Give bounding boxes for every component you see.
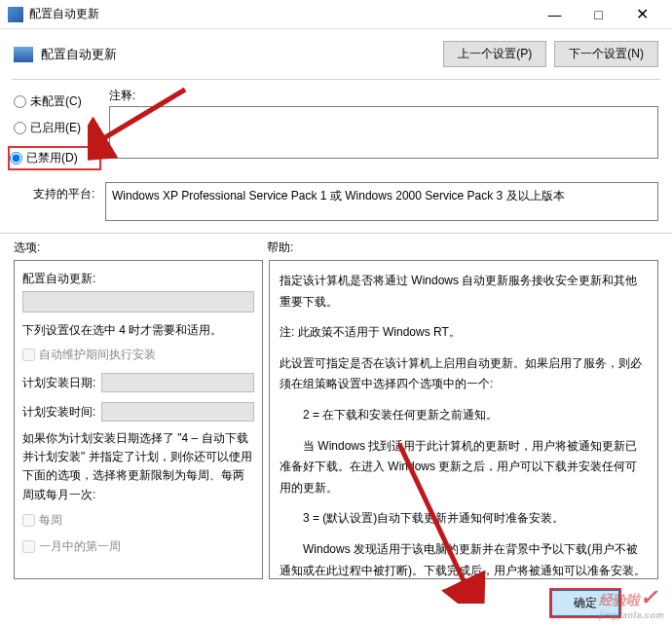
plan-date-label: 计划安装日期: bbox=[22, 375, 95, 391]
radio-group: 未配置(C) 已启用(E) 已禁用(D) bbox=[14, 88, 101, 176]
minimize-button[interactable]: — bbox=[533, 1, 577, 28]
help-text: 此设置可指定是否在该计算机上启用自动更新。如果启用了服务，则必须在组策略设置中选… bbox=[280, 353, 648, 395]
radio-label: 已启用(E) bbox=[30, 120, 81, 136]
chk-label: 每周 bbox=[39, 512, 62, 529]
radio-label: 未配置(C) bbox=[30, 93, 82, 110]
help-panel[interactable]: 指定该计算机是否将通过 Windows 自动更新服务接收安全更新和其他重要下载。… bbox=[269, 260, 658, 579]
help-text: 2 = 在下载和安装任何更新之前通知。 bbox=[280, 405, 648, 426]
plan-time-row: 计划安装时间: bbox=[22, 402, 254, 422]
radio-not-configured[interactable]: 未配置(C) bbox=[14, 93, 101, 110]
policy-icon bbox=[14, 47, 33, 62]
radio-enabled[interactable]: 已启用(E) bbox=[14, 120, 101, 136]
options-panel[interactable]: 配置自动更新: 下列设置仅在选中 4 时才需要和适用。 自动维护期间执行安装 计… bbox=[14, 260, 263, 579]
help-label: 帮助: bbox=[267, 239, 293, 256]
chk-weekly-input[interactable] bbox=[22, 514, 35, 527]
chk-weekly[interactable]: 每周 bbox=[22, 512, 254, 529]
plan-date-row: 计划安装日期: bbox=[22, 373, 254, 392]
help-text: 当 Windows 找到适用于此计算机的更新时，用户将被通知更新已准备好下载。在… bbox=[280, 436, 648, 499]
config-update-label: 配置自动更新: bbox=[22, 271, 254, 287]
comment-label: 注释: bbox=[109, 88, 658, 104]
radio-enabled-input[interactable] bbox=[14, 122, 26, 134]
titlebar: 配置自动更新 — □ ✕ bbox=[0, 0, 672, 29]
platform-text: Windows XP Professional Service Pack 1 或… bbox=[105, 182, 658, 221]
help-text: 注: 此政策不适用于 Windows RT。 bbox=[280, 322, 648, 344]
help-text: 指定该计算机是否将通过 Windows 自动更新服务接收安全更新和其他重要下载。 bbox=[280, 271, 648, 313]
chk-label: 一月中的第一周 bbox=[39, 538, 121, 555]
options-para: 如果你为计划安装日期选择了 "4 – 自动下载并计划安装" 并指定了计划，则你还… bbox=[22, 429, 254, 504]
plan-time-label: 计划安装时间: bbox=[22, 404, 95, 421]
window-title: 配置自动更新 bbox=[29, 6, 533, 22]
radio-disabled[interactable]: 已禁用(D) bbox=[8, 146, 101, 170]
app-icon bbox=[8, 7, 23, 22]
chk-first-week-input[interactable] bbox=[22, 540, 35, 553]
header-title: 配置自动更新 bbox=[41, 46, 435, 63]
chk-maintenance-input[interactable] bbox=[22, 349, 35, 361]
plan-time-combo[interactable] bbox=[101, 402, 254, 422]
chk-label: 自动维护期间执行安装 bbox=[39, 347, 156, 363]
watermark: 经验啦✓ jingyanla.com bbox=[599, 585, 664, 620]
radio-label: 已禁用(D) bbox=[26, 150, 78, 166]
maximize-button[interactable]: □ bbox=[577, 1, 620, 28]
next-setting-button[interactable]: 下一个设置(N) bbox=[554, 41, 658, 67]
help-text: Windows 发现适用于该电脑的更新并在背景中予以下载(用户不被通知或在此过程… bbox=[280, 539, 648, 579]
platform-label: 支持的平台: bbox=[33, 182, 99, 221]
plan-date-combo[interactable] bbox=[101, 373, 254, 392]
chk-first-week[interactable]: 一月中的第一周 bbox=[22, 538, 254, 555]
header: 配置自动更新 上一个设置(P) 下一个设置(N) bbox=[0, 29, 672, 75]
help-text: 3 = (默认设置)自动下载更新并通知何时准备安装。 bbox=[280, 508, 648, 530]
radio-not-configured-input[interactable] bbox=[14, 95, 26, 108]
check-icon: ✓ bbox=[640, 585, 657, 609]
radio-disabled-input[interactable] bbox=[10, 152, 22, 165]
config-update-combo[interactable] bbox=[22, 291, 254, 313]
comment-textarea[interactable] bbox=[109, 106, 658, 159]
options-label: 选项: bbox=[14, 239, 267, 256]
close-button[interactable]: ✕ bbox=[620, 1, 664, 28]
options-info: 下列设置仅在选中 4 时才需要和适用。 bbox=[22, 322, 254, 339]
prev-setting-button[interactable]: 上一个设置(P) bbox=[443, 41, 546, 67]
chk-maintenance[interactable]: 自动维护期间执行安装 bbox=[22, 347, 254, 363]
